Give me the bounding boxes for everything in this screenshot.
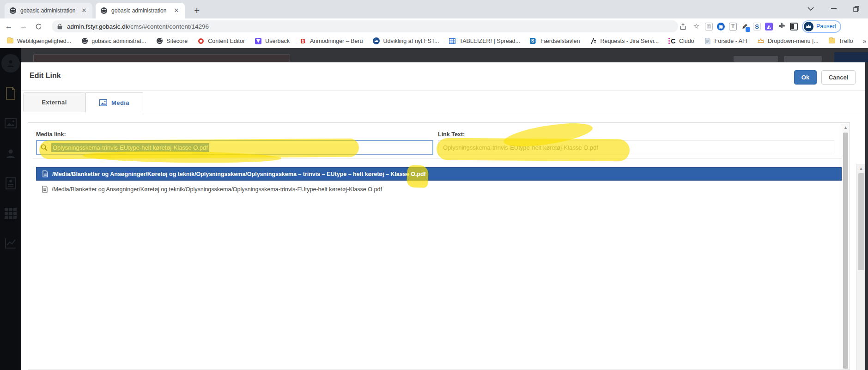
page-icon — [704, 37, 711, 45]
ok-button[interactable]: Ok — [794, 70, 817, 85]
screen: gobasic administration ✕ gobasic adminis… — [0, 0, 868, 370]
red-ring-icon — [197, 37, 205, 45]
scrollbar-thumb[interactable] — [858, 173, 864, 270]
reading-mode-icon[interactable] — [790, 23, 798, 30]
bookmark-udvikling-fst[interactable]: Udvikling af nyt FST... — [373, 37, 439, 45]
window-chevron-icon[interactable] — [804, 3, 818, 15]
bookmark-star-icon[interactable]: ☆ — [692, 22, 701, 31]
url-path: /cms/#content/content/14296 — [129, 23, 209, 30]
sidebar-item-grid[interactable] — [0, 198, 21, 228]
sidebar-item-users[interactable] — [0, 138, 21, 168]
window-minimize-icon[interactable] — [827, 3, 841, 15]
dialog-title: Edit Link — [30, 72, 61, 80]
browser-tab-bar: gobasic administration ✕ gobasic adminis… — [0, 0, 868, 18]
extension-t-icon[interactable]: T — [729, 23, 737, 30]
tab-close-icon[interactable]: ✕ — [80, 7, 88, 14]
media-result-path: /Media/Blanketter og Ansøgninger/Køretøj… — [52, 186, 382, 193]
lock-icon[interactable] — [57, 24, 62, 30]
forward-button[interactable]: → — [18, 20, 30, 32]
media-result-row-selected[interactable]: /Media/Blanketter og Ansøgninger/Køretøj… — [36, 167, 842, 181]
search-icon — [41, 144, 48, 151]
bookmark-cludo[interactable]: CCludo — [668, 37, 694, 45]
browser-tab-1[interactable]: gobasic administration ✕ — [5, 3, 92, 18]
sidebar-item-profile-card[interactable] — [0, 168, 21, 198]
extension-key-icon[interactable]: ⚿ — [705, 23, 713, 30]
scrollbar-thumb[interactable] — [843, 133, 848, 369]
page-behind-searchbox — [33, 54, 290, 62]
bookmarks-right: » All Bookmarks — [862, 37, 868, 45]
crown-badge-icon — [373, 37, 380, 45]
share-icon[interactable] — [679, 22, 688, 31]
page-behind-button — [734, 56, 778, 62]
bookmark-dropdown-menu[interactable]: Dropdown-menu |... — [757, 37, 819, 45]
table-grid-icon — [449, 37, 456, 45]
globe-icon — [81, 37, 88, 45]
bookmark-anmodninger[interactable]: BAnmodninger – Berú — [299, 37, 363, 45]
globe-icon — [156, 37, 163, 45]
folder-icon — [6, 37, 14, 45]
bookmark-userback[interactable]: Userback — [255, 37, 290, 45]
bookmarks-overflow-chevron[interactable]: » — [862, 37, 866, 45]
reload-button[interactable] — [32, 20, 44, 32]
link-text-input[interactable] — [438, 140, 834, 155]
media-result-path: /Media/Blanketter og Ansøgninger/Køretøj… — [52, 171, 426, 177]
globe-favicon — [9, 7, 17, 14]
highlighted-filename: O.pdf — [411, 171, 426, 177]
cancel-button[interactable]: Cancel — [821, 70, 856, 85]
tab-title: gobasic administration — [111, 7, 169, 14]
tab-title: gobasic administration — [20, 7, 77, 14]
userback-icon — [255, 37, 262, 45]
sidebar-item-media[interactable] — [0, 108, 21, 138]
extension-eyedropper-icon[interactable]: 🖉 — [741, 23, 749, 30]
jira-icon — [589, 37, 597, 45]
address-bar[interactable]: admin.fstyr.gobasic.dk/cms/#content/cont… — [52, 20, 678, 32]
extension-userback-icon[interactable]: ◭ — [765, 23, 773, 30]
bookmark-faerdselstavlen[interactable]: SFærdselstavlen — [530, 37, 580, 45]
tab-external[interactable]: External — [23, 92, 85, 112]
cms-left-sidebar — [0, 48, 21, 370]
media-link-input[interactable]: Oplysningsskema-trinvis-EUtype-helt køre… — [36, 140, 433, 155]
bookmark-gobasic-administrat[interactable]: gobasic administrat... — [81, 37, 146, 45]
media-link-selected-text: Oplysningsskema-trinvis-EUtype-helt køre… — [51, 143, 209, 152]
browser-toolbar: ← → admin.fstyr.gobasic.dk/cms/#content/… — [0, 18, 868, 34]
bookmark-tableizer[interactable]: TABLEIZER! | Spread... — [449, 37, 520, 45]
profile-chip[interactable]: Paused — [802, 20, 841, 33]
bookmark-content-editor[interactable]: Content Editor — [197, 37, 245, 45]
link-text-label: Link Text: — [438, 131, 465, 138]
back-button[interactable]: ← — [3, 20, 15, 32]
profile-status-label: Paused — [816, 23, 836, 30]
scroll-up-icon[interactable]: ▲ — [842, 125, 849, 130]
extension-aperture-icon[interactable]: ◉ — [717, 23, 725, 30]
page-behind-right-strip — [865, 62, 868, 370]
new-tab-button[interactable]: + — [190, 5, 203, 18]
panel-scrollbar[interactable]: ▲ — [842, 124, 849, 370]
dialog-body: Media link: Oplysningsskema-trinvis-EUty… — [21, 112, 865, 370]
page-behind-button — [784, 56, 822, 62]
media-result-row[interactable]: /Media/Blanketter og Ansøgninger/Køretøj… — [36, 182, 842, 196]
dialog-scrollbar[interactable]: ▲ — [856, 164, 865, 370]
sidebar-item-documents[interactable] — [0, 78, 21, 108]
window-restore-icon[interactable] — [849, 3, 863, 15]
browser-tab-2-active[interactable]: gobasic administration ✕ — [96, 3, 185, 18]
bookmark-webtilgaengelighed[interactable]: Webtilgængelighed... — [6, 37, 71, 45]
bookmark-jira-requests[interactable]: Requests - Jira Servi... — [589, 37, 658, 45]
bookmark-sitecore[interactable]: Sitecore — [156, 37, 188, 45]
bookmarks-bar: Webtilgængelighed... gobasic administrat… — [0, 34, 868, 48]
extensions-puzzle-icon[interactable] — [777, 22, 786, 31]
url-text: admin.fstyr.gobasic.dk/cms/#content/cont… — [67, 23, 209, 30]
tab-media[interactable]: Media — [85, 92, 143, 113]
scroll-up-icon[interactable]: ▲ — [857, 166, 865, 171]
bookmark-forside-afi[interactable]: Forside - AFI — [704, 37, 748, 45]
results-divider — [33, 158, 842, 158]
edit-link-dialog: Edit Link Ok Cancel External Media Media… — [21, 62, 865, 370]
url-domain: admin.fstyr.gobasic.dk — [67, 23, 129, 30]
sidebar-profile-avatar[interactable] — [0, 48, 21, 78]
sharepoint-icon: S — [530, 37, 537, 45]
media-link-label: Media link: — [36, 131, 66, 138]
extension-s-icon[interactable]: S — [753, 23, 761, 30]
sidebar-item-analytics[interactable] — [0, 228, 21, 258]
media-image-icon — [99, 99, 107, 106]
tab-close-icon[interactable]: ✕ — [173, 7, 180, 14]
profile-avatar-crown-icon — [804, 22, 813, 31]
bookmark-trello[interactable]: Trello — [828, 37, 853, 45]
